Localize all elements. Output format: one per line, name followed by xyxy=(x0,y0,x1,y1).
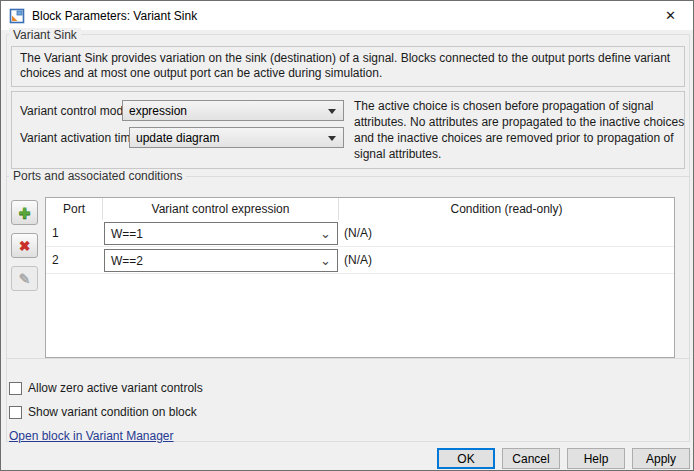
ok-button[interactable]: OK xyxy=(437,448,495,469)
cancel-button[interactable]: Cancel xyxy=(502,448,560,469)
expression-value: W==1 xyxy=(111,227,143,241)
allow-zero-active-checkbox[interactable] xyxy=(9,382,22,395)
port-column-header: Port xyxy=(46,198,103,220)
expression-value: W==2 xyxy=(111,254,143,268)
condition-column-header: Condition (read-only) xyxy=(339,198,674,220)
show-condition-label: Show variant condition on block xyxy=(28,405,197,419)
variant-activation-time-select[interactable]: update diagram xyxy=(129,127,344,148)
condition-cell: (N/A) xyxy=(339,247,674,273)
simulink-block-icon xyxy=(9,8,25,24)
show-condition-checkbox[interactable] xyxy=(9,406,22,419)
expression-combo[interactable]: W==2 ⌄ xyxy=(104,249,338,272)
parameter-panel: Variant control mode: expression Variant… xyxy=(11,91,685,169)
block-description: The Variant Sink provides variation on t… xyxy=(11,46,685,87)
red-x-icon: ✖ xyxy=(19,238,31,254)
chevron-down-icon xyxy=(328,136,336,141)
expression-cell: W==2 ⌄ xyxy=(103,247,339,273)
variant-sink-group-label: Variant Sink xyxy=(9,28,81,42)
allow-zero-active-label: Allow zero active variant controls xyxy=(28,381,203,395)
condition-cell: (N/A) xyxy=(339,220,674,246)
edit-port-button: ✎ xyxy=(11,266,38,291)
dialog-window: Block Parameters: Variant Sink ✕ Variant… xyxy=(0,0,694,471)
title-bar: Block Parameters: Variant Sink ✕ xyxy=(1,1,693,30)
port-cell[interactable]: 1 xyxy=(46,220,103,246)
variant-activation-time-value: update diagram xyxy=(136,131,219,145)
expression-column-header: Variant control expression xyxy=(103,198,339,220)
dropdown-chevron-icon: ⌄ xyxy=(320,226,331,241)
variant-control-mode-label: Variant control mode: xyxy=(20,104,133,118)
ports-group-label: Ports and associated conditions xyxy=(9,169,186,183)
variant-activation-time-label: Variant activation time: xyxy=(20,131,141,145)
table-row: 1 W==1 ⌄ (N/A) xyxy=(46,220,674,247)
variant-control-mode-value: expression xyxy=(129,104,187,118)
pencil-icon: ✎ xyxy=(19,271,31,287)
expression-cell: W==1 ⌄ xyxy=(103,220,339,246)
open-variant-manager-link[interactable]: Open block in Variant Manager xyxy=(9,429,174,443)
dropdown-chevron-icon: ⌄ xyxy=(320,253,331,268)
variant-control-mode-select[interactable]: expression xyxy=(122,100,344,121)
add-port-button[interactable]: ✚ xyxy=(11,200,38,225)
close-icon[interactable]: ✕ xyxy=(648,1,693,29)
table-row: 2 W==2 ⌄ (N/A) xyxy=(46,247,674,274)
expression-combo[interactable]: W==1 ⌄ xyxy=(104,222,338,245)
ports-table: Port Variant control expression Conditio… xyxy=(45,197,675,358)
ports-table-header: Port Variant control expression Conditio… xyxy=(46,198,674,220)
activation-time-note: The active choice is chosen before propa… xyxy=(354,98,688,162)
apply-button[interactable]: Apply xyxy=(632,448,690,469)
port-cell[interactable]: 2 xyxy=(46,247,103,273)
plus-icon: ✚ xyxy=(19,205,31,221)
help-button[interactable]: Help xyxy=(567,448,625,469)
allow-zero-active-row: Allow zero active variant controls xyxy=(9,381,203,395)
delete-port-button[interactable]: ✖ xyxy=(11,233,38,258)
chevron-down-icon xyxy=(328,109,336,114)
window-title: Block Parameters: Variant Sink xyxy=(32,9,197,23)
show-condition-row: Show variant condition on block xyxy=(9,405,197,419)
